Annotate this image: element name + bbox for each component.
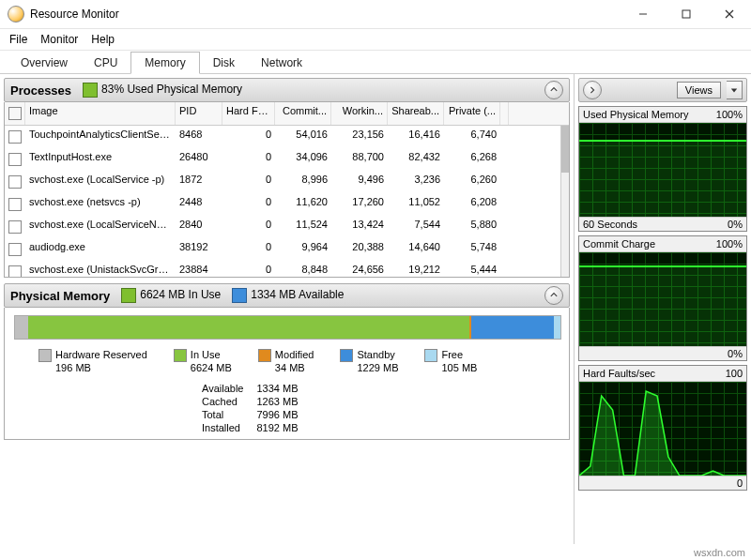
menu-monitor[interactable]: Monitor bbox=[40, 33, 78, 46]
legend-standby: Standby 1229 MB bbox=[340, 349, 398, 373]
expand-charts-button[interactable] bbox=[583, 81, 602, 99]
table-row[interactable]: TextInputHost.exe26480034,09688,70082,43… bbox=[5, 148, 569, 171]
chart-hf-max: 100 bbox=[726, 368, 743, 379]
cell-hardfaults: 0 bbox=[222, 148, 275, 171]
row-checkbox[interactable] bbox=[8, 198, 22, 211]
stat-total-value: 7996 MB bbox=[256, 409, 298, 420]
col-image[interactable]: Image bbox=[25, 102, 176, 125]
cell-image: audiodg.exe bbox=[25, 238, 176, 261]
col-hardfaults[interactable]: Hard Fa... bbox=[222, 102, 275, 125]
collapse-processes-button[interactable] bbox=[544, 81, 563, 99]
stat-cached-value: 1263 MB bbox=[256, 396, 298, 407]
used-physmem-label: 83% Used Physical Memory bbox=[101, 83, 242, 96]
close-button[interactable] bbox=[708, 0, 751, 28]
cell-shareable: 3,236 bbox=[388, 171, 444, 193]
chart-used-min: 0% bbox=[728, 219, 743, 230]
cell-commit: 34,096 bbox=[275, 148, 331, 171]
chart-used-max: 100% bbox=[716, 109, 743, 120]
row-checkbox[interactable] bbox=[8, 175, 22, 189]
cell-working: 9,496 bbox=[331, 171, 388, 193]
cell-pid: 8468 bbox=[176, 126, 222, 148]
stat-available-label: Available bbox=[202, 383, 243, 394]
legend-free: Free 105 MB bbox=[424, 349, 477, 373]
col-working[interactable]: Workin... bbox=[331, 102, 388, 125]
tab-overview[interactable]: Overview bbox=[8, 53, 81, 73]
svg-rect-1 bbox=[682, 10, 690, 18]
cell-pid: 26480 bbox=[176, 148, 222, 171]
cell-hardfaults: 0 bbox=[222, 126, 275, 148]
table-scrollbar-track[interactable] bbox=[560, 126, 569, 277]
cell-shareable: 14,640 bbox=[388, 238, 444, 261]
cell-shareable: 19,212 bbox=[388, 261, 444, 277]
memory-bar bbox=[14, 315, 561, 340]
row-checkbox[interactable] bbox=[8, 153, 22, 166]
chart-commit-title: Commit Charge bbox=[583, 238, 655, 250]
stat-installed-value: 8192 MB bbox=[256, 422, 298, 433]
legend-hardware: Hardware Reserved 196 MB bbox=[38, 349, 147, 373]
cell-working: 20,388 bbox=[331, 238, 388, 261]
cell-shareable: 11,052 bbox=[388, 193, 444, 216]
cell-private: 5,444 bbox=[444, 261, 500, 277]
chart-commit-max: 100% bbox=[716, 238, 743, 250]
chart-commit-min: 0% bbox=[728, 348, 743, 359]
cell-hardfaults: 0 bbox=[222, 193, 275, 216]
row-checkbox[interactable] bbox=[8, 130, 22, 144]
cell-commit: 8,848 bbox=[275, 261, 331, 277]
cell-working: 88,700 bbox=[331, 148, 388, 171]
views-button[interactable]: Views bbox=[677, 82, 721, 98]
legend-modified: Modified 34 MB bbox=[258, 349, 314, 373]
stat-cached-label: Cached bbox=[202, 396, 243, 407]
maximize-button[interactable] bbox=[665, 0, 708, 28]
col-shareable[interactable]: Shareab... bbox=[388, 102, 444, 125]
cell-shareable: 16,416 bbox=[388, 126, 444, 148]
stat-installed-label: Installed bbox=[202, 422, 243, 433]
section-title-physmem: Physical Memory bbox=[10, 289, 110, 303]
cell-private: 6,268 bbox=[444, 148, 500, 171]
table-row[interactable]: svchost.exe (LocalService -p)187208,9969… bbox=[5, 171, 569, 193]
table-row[interactable]: svchost.exe (netsvcs -p)2448011,62017,26… bbox=[5, 193, 569, 216]
col-commit[interactable]: Commit... bbox=[275, 102, 331, 125]
physmem-avail-label: 1334 MB Available bbox=[251, 288, 344, 301]
physmem-inuse-label: 6624 MB In Use bbox=[140, 288, 221, 301]
tab-memory[interactable]: Memory bbox=[130, 52, 199, 74]
collapse-physmem-button[interactable] bbox=[544, 286, 563, 305]
stat-total-label: Total bbox=[202, 409, 243, 420]
cell-commit: 11,620 bbox=[275, 193, 331, 216]
menu-help[interactable]: Help bbox=[91, 33, 115, 46]
tab-cpu[interactable]: CPU bbox=[81, 53, 130, 73]
table-row[interactable]: svchost.exe (LocalServiceNoNet...2840011… bbox=[5, 216, 569, 238]
watermark: wsxdn.com bbox=[694, 547, 745, 558]
col-private[interactable]: Private (... bbox=[444, 102, 500, 125]
table-row[interactable]: svchost.exe (UnistackSvcGroup)2388408,84… bbox=[5, 261, 569, 277]
col-pid[interactable]: PID bbox=[176, 102, 222, 125]
row-checkbox[interactable] bbox=[8, 220, 22, 234]
cell-private: 5,748 bbox=[444, 238, 500, 261]
cell-private: 6,260 bbox=[444, 171, 500, 193]
cell-hardfaults: 0 bbox=[222, 171, 275, 193]
menu-file[interactable]: File bbox=[9, 33, 27, 46]
minimize-button[interactable] bbox=[621, 0, 665, 28]
stat-available-value: 1334 MB bbox=[256, 383, 298, 394]
svg-marker-5 bbox=[579, 391, 746, 476]
cell-image: svchost.exe (LocalService -p) bbox=[25, 171, 176, 193]
table-row[interactable]: audiodg.exe3819209,96420,38814,6405,748 bbox=[5, 238, 569, 261]
physmem-inuse-chip: 6624 MB In Use bbox=[121, 288, 221, 303]
window-title: Resource Monitor bbox=[30, 8, 119, 21]
row-checkbox[interactable] bbox=[8, 243, 22, 256]
views-dropdown-button[interactable] bbox=[727, 81, 743, 99]
cell-hardfaults: 0 bbox=[222, 238, 275, 261]
table-scrollbar-thumb[interactable] bbox=[561, 126, 569, 173]
cell-private: 6,740 bbox=[444, 126, 500, 148]
cell-working: 13,424 bbox=[331, 216, 388, 238]
cell-commit: 9,964 bbox=[275, 238, 331, 261]
tab-network[interactable]: Network bbox=[248, 53, 315, 73]
chart-commit-charge: Commit Charge 100% 0% bbox=[578, 235, 747, 361]
table-row[interactable]: TouchpointAnalyticsClientServic...846805… bbox=[5, 126, 569, 148]
section-title-processes: Processes bbox=[10, 83, 71, 98]
physmem-avail-chip: 1334 MB Available bbox=[232, 288, 344, 303]
chart-hf-min: 0 bbox=[737, 477, 743, 489]
chart-hf-title: Hard Faults/sec bbox=[583, 368, 655, 379]
header-checkbox[interactable] bbox=[8, 107, 22, 120]
row-checkbox[interactable] bbox=[8, 265, 22, 277]
tab-disk[interactable]: Disk bbox=[200, 53, 248, 73]
